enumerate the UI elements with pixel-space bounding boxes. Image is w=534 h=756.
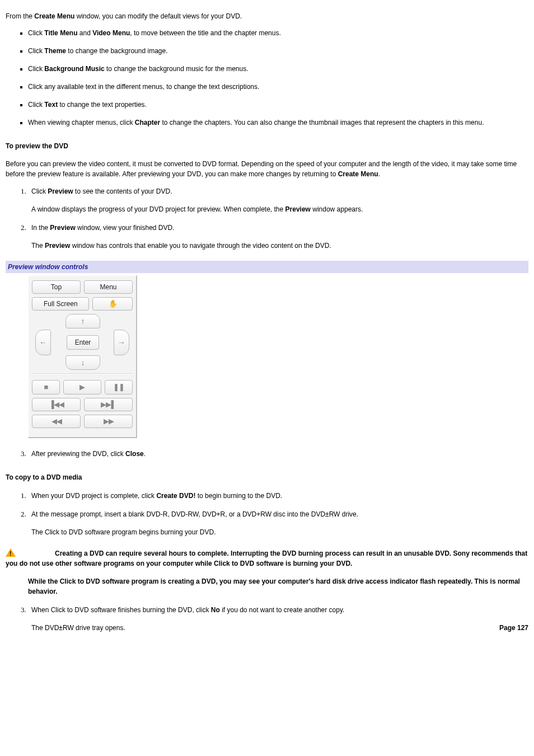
preview-steps: Click Preview to see the contents of you… xyxy=(6,186,528,251)
skip-fwd-icon: ▶▶▌ xyxy=(101,399,115,410)
copy-step-1: When your DVD project is complete, click… xyxy=(28,490,528,501)
pause-button[interactable]: ❚❚ xyxy=(105,380,133,395)
bullet-theme: Click Theme to change the background ima… xyxy=(28,46,528,56)
warning-icon xyxy=(6,548,16,557)
intro-paragraph: From the Create Menu window, you can mod… xyxy=(6,11,528,21)
heading-preview: To preview the DVD xyxy=(6,141,528,151)
rewind-button[interactable]: ◀◀ xyxy=(32,415,81,428)
dpad: ↑ ← Enter → ↓ xyxy=(32,314,133,370)
left-button[interactable]: ← xyxy=(35,330,51,355)
top-button[interactable]: Top xyxy=(32,280,81,294)
skip-back-icon: ▐◀◀ xyxy=(49,399,63,410)
heading-copy: To copy to a DVD media xyxy=(6,472,528,482)
arrow-right-icon: → xyxy=(118,337,125,349)
right-button[interactable]: → xyxy=(114,330,129,355)
copy-step-3: When Click to DVD software finishes burn… xyxy=(28,604,528,633)
enter-button[interactable]: Enter xyxy=(67,335,99,350)
step-2: In the Preview window, view your finishe… xyxy=(28,222,528,251)
play-button[interactable]: ▶ xyxy=(63,380,102,395)
stop-button[interactable]: ■ xyxy=(32,380,60,395)
arrow-left-icon: ← xyxy=(39,337,47,349)
preview-controls-panel: Top Menu Full Screen ✋ ↑ ← Enter → ↓ ■ ▶… xyxy=(28,275,137,438)
fullscreen-button[interactable]: Full Screen xyxy=(32,297,89,311)
warning-block: Creating a DVD can require several hours… xyxy=(6,547,528,597)
divider xyxy=(32,373,133,374)
warning-text-2: While the Click to DVD software program … xyxy=(28,576,528,597)
ffwd-button[interactable]: ▶▶ xyxy=(84,415,133,428)
skip-fwd-button[interactable]: ▶▶▌ xyxy=(84,398,133,411)
menu-button[interactable]: Menu xyxy=(84,280,133,294)
bullet-text-desc: Click any available text in the differen… xyxy=(28,82,528,92)
play-icon: ▶ xyxy=(79,382,85,393)
skip-back-button[interactable]: ▐◀◀ xyxy=(32,398,81,411)
hand-button[interactable]: ✋ xyxy=(92,297,133,311)
page-number: Page 127 xyxy=(499,623,528,633)
rewind-icon: ◀◀ xyxy=(51,416,62,427)
down-button[interactable]: ↓ xyxy=(65,355,100,370)
preview-intro-paragraph: Before you can preview the video content… xyxy=(6,159,528,179)
step-1: Click Preview to see the contents of you… xyxy=(28,186,528,214)
bullet-chapter: When viewing chapter menus, click Chapte… xyxy=(28,118,528,128)
pause-icon: ❚❚ xyxy=(113,382,124,393)
copy-steps: When your DVD project is complete, click… xyxy=(6,490,528,537)
ffwd-icon: ▶▶ xyxy=(104,416,114,427)
arrow-up-icon: ↑ xyxy=(81,316,85,327)
stop-icon: ■ xyxy=(44,382,48,393)
caption-preview-controls: Preview window controls xyxy=(6,261,528,273)
copy-steps-cont: When Click to DVD software finishes burn… xyxy=(6,604,528,633)
warning-text-1: Creating a DVD can require several hours… xyxy=(6,550,527,567)
copy-step-2: At the message prompt, insert a blank DV… xyxy=(28,509,528,537)
hand-icon: ✋ xyxy=(109,298,117,309)
up-button[interactable]: ↑ xyxy=(65,314,100,328)
arrow-down-icon: ↓ xyxy=(81,357,85,369)
bullet-bg-music: Click Background Music to change the bac… xyxy=(28,64,528,74)
create-menu-bullets: Click Title Menu and Video Menu, to move… xyxy=(6,28,528,128)
bullet-text-props: Click Text to change the text properties… xyxy=(28,100,528,110)
preview-steps-cont: After previewing the DVD, click Close. xyxy=(6,448,528,459)
step-3: After previewing the DVD, click Close. xyxy=(28,448,528,459)
bullet-title-video: Click Title Menu and Video Menu, to move… xyxy=(28,28,528,38)
